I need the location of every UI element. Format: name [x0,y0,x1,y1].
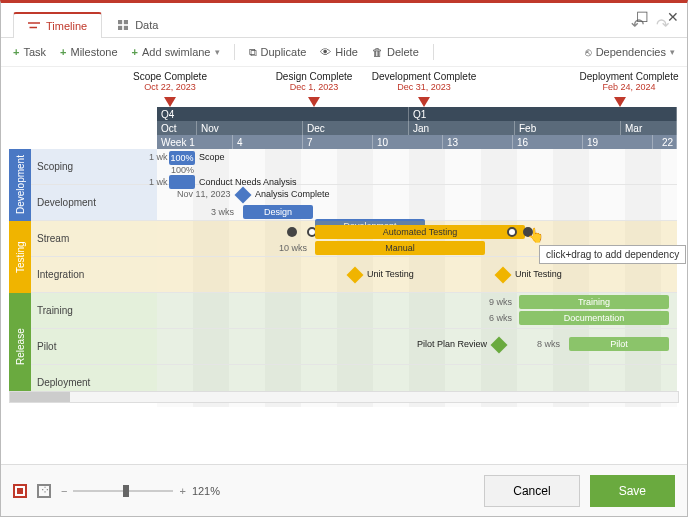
maximize-button[interactable]: ☐ [636,9,649,25]
milestone-diamond[interactable] [491,337,508,354]
dependencies-label: Dependencies [596,46,666,58]
tab-data[interactable]: Data [102,12,173,37]
tab-data-label: Data [135,19,158,31]
week-cell: 13 [443,135,513,149]
add-swimlane-label: Add swimlane [142,46,210,58]
task-bar-training[interactable]: Training [519,295,669,309]
milestone-label: Unit Testing [515,269,562,279]
tab-bar: Timeline Data ↶ ↷ [1,3,687,38]
copy-icon: ⧉ [249,46,257,59]
week-cell: 16 [513,135,583,149]
scrollbar-thumb[interactable] [10,392,70,402]
zoom-in-icon[interactable]: + [179,485,185,497]
add-task-label: Task [23,46,46,58]
chevron-down-icon: ▾ [670,47,675,57]
plus-icon: + [13,46,19,58]
toolbar: +Task +Milestone +Add swimlane▾ ⧉Duplica… [1,38,687,67]
cursor-icon: 👆 [527,227,544,243]
row-training[interactable]: Training [31,293,157,329]
chevron-down-icon: ▾ [215,47,220,57]
view-mode-fit-icon[interactable] [13,484,27,498]
milestone-label: Unit Testing [367,269,414,279]
add-milestone-button[interactable]: +Milestone [60,46,118,58]
redo-button[interactable]: ↷ [656,15,669,34]
milestone-marker-icon [614,97,626,107]
task-bar-manual[interactable]: Manual [315,241,485,255]
milestone-marker-icon [418,97,430,107]
task-bar-scope[interactable]: 100% [169,151,195,165]
week-cell: 10 [373,135,443,149]
slider-track[interactable] [73,490,173,492]
month-cell: Dec [303,121,409,135]
duplicate-label: Duplicate [261,46,307,58]
hide-label: Hide [335,46,358,58]
task-duration: 3 wks [211,207,234,217]
h-scrollbar[interactable] [9,391,679,403]
milestone-label: Development CompleteDec 31, 2023 [359,71,489,92]
hide-button[interactable]: 👁Hide [320,46,358,58]
quarter-cell: Q1 [409,107,677,121]
milestone-diamond[interactable] [235,187,252,204]
duplicate-button[interactable]: ⧉Duplicate [249,46,307,59]
week-cell: 4 [233,135,303,149]
task-progress: 100% [171,165,194,175]
phase-development[interactable]: Development [9,149,31,221]
slider-thumb[interactable] [123,485,129,497]
gantt-body[interactable]: 1 wk 100% Scope 100% 1 wk Conduct Needs … [157,149,677,407]
month-cell: Feb [515,121,621,135]
milestone-marker-icon [308,97,320,107]
task-bar-design[interactable]: Design [243,205,313,219]
task-bar-automated-testing[interactable]: Automated Testing [315,225,525,239]
tab-timeline[interactable]: Timeline [13,12,102,38]
gantt-chart: Scope CompleteOct 22, 2023 Design Comple… [1,67,687,407]
task-bar-pilot[interactable]: Pilot [569,337,669,351]
week-cell: 22 [653,135,677,149]
milestone-label: Pilot Plan Review [417,339,487,349]
phase-testing[interactable]: Testing [9,221,31,293]
swimlane-column: Development Scoping Development Testing … [9,149,157,401]
dependency-handle[interactable] [507,227,517,237]
delete-button[interactable]: 🗑Delete [372,46,419,58]
row-integration[interactable]: Integration [31,257,157,293]
week-cell: 19 [583,135,653,149]
svg-rect-2 [118,20,122,24]
tab-timeline-label: Timeline [46,20,87,32]
add-task-button[interactable]: +Task [13,46,46,58]
save-button[interactable]: Save [590,475,675,507]
zoom-value: 121% [192,485,220,497]
month-cell: Mar [621,121,677,135]
cancel-button[interactable]: Cancel [484,475,579,507]
task-duration: 9 wks [489,297,512,307]
trash-icon: 🗑 [372,46,383,58]
month-cell: Nov [197,121,303,135]
timeline-icon [28,21,40,31]
dependencies-button[interactable]: ⎋Dependencies▾ [585,46,675,58]
milestone-label: Scope CompleteOct 22, 2023 [125,71,215,92]
row-pilot[interactable]: Pilot [31,329,157,365]
svg-rect-3 [124,20,128,24]
row-scoping[interactable]: Scoping [31,149,157,185]
zoom-slider[interactable]: − + 121% [61,485,220,497]
milestone-date: Nov 11, 2023 [177,189,231,199]
row-stream[interactable]: Stream [31,221,157,257]
dependency-handle-start[interactable] [287,227,297,237]
separator [234,44,235,60]
task-duration: 10 wks [279,243,307,253]
phase-release[interactable]: Release [9,293,31,401]
milestone-diamond[interactable] [347,267,364,284]
row-development[interactable]: Development [31,185,157,221]
separator [433,44,434,60]
task-duration: 1 wk [149,152,168,162]
view-mode-grid-icon[interactable] [37,484,51,498]
month-cell: Jan [409,121,515,135]
milestone-marker-icon [164,97,176,107]
delete-label: Delete [387,46,419,58]
branch-icon: ⎋ [585,46,592,58]
timeline-header: Q4Q1 Oct Nov Dec Jan Feb Mar Week 1 4 7 … [157,107,677,149]
add-swimlane-button[interactable]: +Add swimlane▾ [132,46,220,58]
milestone-diamond[interactable] [495,267,512,284]
week-cell: 7 [303,135,373,149]
task-bar-documentation[interactable]: Documentation [519,311,669,325]
zoom-out-icon[interactable]: − [61,485,67,497]
quarter-cell: Q4 [157,107,409,121]
